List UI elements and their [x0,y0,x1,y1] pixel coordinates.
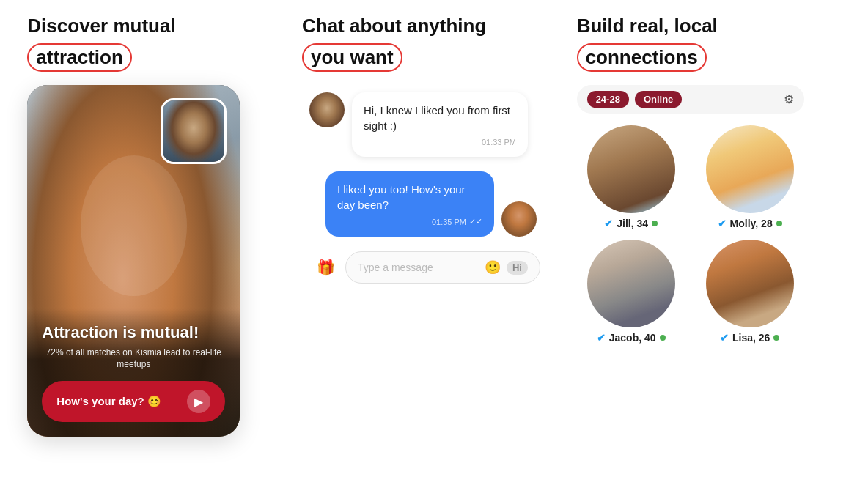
gift-icon[interactable]: 🎁 [313,254,339,281]
section2-title: Chat about anything [302,15,486,37]
sent-message-time: 01:35 PM ✓✓ [337,217,482,226]
filter-bar: 24-28 Online ⚙ [577,85,804,114]
message-input-placeholder: Type a message [358,262,433,273]
age-filter-badge[interactable]: 24-28 [587,91,629,108]
my-avatar-image [501,201,537,237]
section3-title-line1: Build real, local [577,15,718,37]
arrow-icon: ▶ [187,390,210,413]
input-icons-group: 🙂 Hi [485,259,528,275]
profile-lisa[interactable]: ✔ Lisa, 26 [696,240,804,344]
jill-verified-icon: ✔ [604,218,613,229]
phone-mockup: Attraction is mutual! 72% of all matches… [27,85,240,437]
hi-button[interactable]: Hi [507,261,528,275]
jacob-name-age: Jacob, 40 [609,332,656,344]
mutual-subtext: 72% of all matches on Kismia lead to rea… [42,347,225,371]
sender-avatar [309,92,345,127]
online-filter-badge[interactable]: Online [635,91,682,108]
profile-molly[interactable]: ✔ Molly, 28 [696,125,804,229]
molly-name-age: Molly, 28 [730,218,773,229]
profile-jill[interactable]: ✔ Jill, 34 [577,125,685,229]
lisa-name-row: ✔ Lisa, 26 [720,332,779,344]
molly-online-dot [776,221,782,226]
lisa-photo [706,240,794,327]
jacob-verified-icon: ✔ [597,332,606,344]
section1-highlight: attraction [27,43,131,72]
emoji-icon[interactable]: 🙂 [485,259,501,275]
mutual-headline: Attraction is mutual! [42,323,225,342]
jill-online-dot [652,221,658,226]
section-attraction: Discover mutual attraction Attraction is… [27,15,291,470]
section1-title: Discover mutual [27,15,175,37]
jill-name-age: Jill, 34 [617,218,648,229]
sent-message: I liked you too! How's your day been? 01… [309,171,544,237]
sent-bubble: I liked you too! How's your day been? 01… [326,171,494,237]
man-face-photo [163,100,224,162]
filter-settings-icon[interactable]: ⚙ [784,92,794,106]
sent-message-text: I liked you too! How's your day been? [337,182,482,212]
message-input-field[interactable]: Type a message 🙂 Hi [345,251,540,284]
man-thumbnail [161,98,227,164]
section-chat: Chat about anything you want Hi, I knew … [302,15,566,470]
profile-jacob[interactable]: ✔ Jacob, 40 [577,240,685,344]
molly-avatar [706,125,794,213]
profiles-grid: ✔ Jill, 34 ✔ Molly, 28 [577,125,804,344]
jacob-name-row: ✔ Jacob, 40 [597,332,666,344]
phone-background: Attraction is mutual! 72% of all matches… [27,85,240,437]
section2-highlight: you want [302,43,402,72]
chat-container: Hi, I knew I liked you from first sight … [302,85,551,291]
phone-overlay: Attraction is mutual! 72% of all matches… [27,308,240,437]
received-message-time: 01:33 PM [364,138,516,147]
jill-photo [587,125,675,213]
connections-container: 24-28 Online ⚙ ✔ Jill, 34 [577,85,804,344]
chat-now-button[interactable]: How's your day? 😊 ▶ [42,381,225,422]
section1-title-line1: Discover mutual [27,15,175,37]
molly-verified-icon: ✔ [718,218,727,229]
lisa-online-dot [773,335,779,341]
jacob-photo [587,240,675,327]
received-bubble: Hi, I knew I liked you from first sight … [352,92,528,157]
man-avatar-image [309,92,345,127]
section2-title-line1: Chat about anything [302,15,486,37]
section3-title: Build real, local [577,15,718,37]
jacob-online-dot [660,335,666,341]
section-connections: Build real, local connections 24-28 Onli… [577,15,841,470]
chat-input-bar: 🎁 Type a message 🙂 Hi [309,251,544,284]
chat-button-text: How's your day? 😊 [56,395,161,408]
jill-avatar [587,125,675,213]
section3-highlight: connections [577,43,707,72]
jill-name-row: ✔ Jill, 34 [604,218,658,229]
molly-name-row: ✔ Molly, 28 [718,218,782,229]
jacob-avatar [587,240,675,327]
read-receipt-icon: ✓✓ [469,217,482,226]
molly-photo [706,125,794,213]
lisa-verified-icon: ✔ [720,332,729,344]
lisa-name-age: Lisa, 26 [732,332,770,344]
lisa-avatar [706,240,794,327]
my-avatar [501,201,537,237]
received-message: Hi, I knew I liked you from first sight … [309,92,544,157]
received-message-text: Hi, I knew I liked you from first sight … [364,103,516,133]
